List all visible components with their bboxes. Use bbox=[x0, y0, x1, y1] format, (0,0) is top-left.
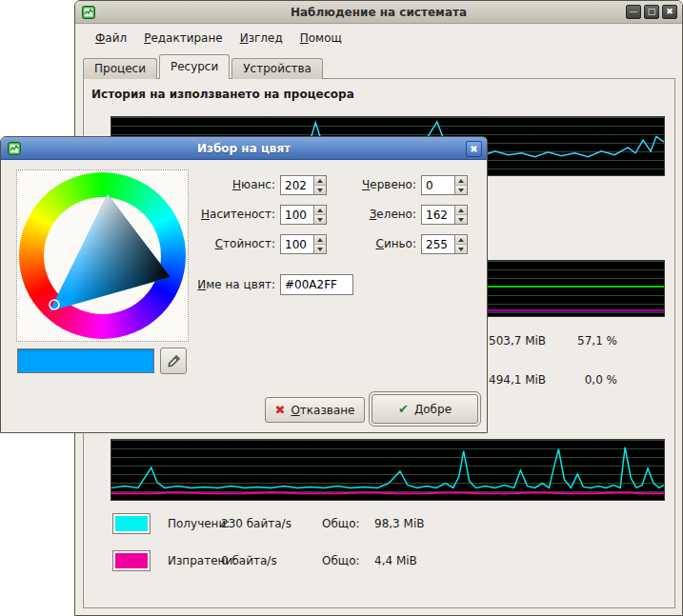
blue-down-icon[interactable] bbox=[454, 245, 467, 253]
network-sent-row: Изпратени: 0 байта/s Общо: 4,4 MiB bbox=[112, 550, 512, 573]
minimize-icon[interactable]: — bbox=[626, 5, 641, 19]
saturation-up-icon[interactable] bbox=[313, 206, 326, 215]
sv-triangle[interactable] bbox=[19, 172, 186, 339]
green-up-icon[interactable] bbox=[454, 206, 467, 215]
sent-color-swatch[interactable] bbox=[112, 550, 151, 571]
blue-spinner bbox=[421, 234, 468, 254]
menu-edit[interactable]: Редактиране bbox=[135, 29, 231, 48]
eyedropper-button[interactable] bbox=[160, 348, 187, 374]
color-preview bbox=[17, 348, 154, 373]
green-spinner bbox=[421, 205, 468, 225]
hue-label: Нюанс: bbox=[182, 178, 275, 191]
hue-spinner bbox=[280, 175, 327, 195]
menu-help[interactable]: Помощ bbox=[291, 29, 351, 48]
network-history-chart bbox=[110, 439, 665, 501]
memory-stats-row: 503,7 MiB 57,1 % bbox=[489, 334, 622, 349]
maximize-icon[interactable]: □ bbox=[644, 5, 659, 19]
color-name-label: Име на цвят: bbox=[182, 278, 275, 291]
blue-label: Синьо: bbox=[330, 237, 416, 250]
red-up-icon[interactable] bbox=[454, 176, 467, 186]
swap-stats-row: 494,1 MiB 0,0 % bbox=[489, 373, 622, 388]
sent-rate: 0 байта/s bbox=[221, 554, 277, 567]
sv-triangle-black-shade bbox=[50, 194, 171, 311]
menu-view[interactable]: Изглед bbox=[231, 29, 291, 48]
network-received-line bbox=[111, 447, 664, 488]
received-total: 98,3 MiB bbox=[374, 517, 424, 530]
memory-percent: 57,1 % bbox=[560, 334, 617, 348]
dialog-controls: ✖ bbox=[466, 141, 482, 157]
red-label: Червено: bbox=[330, 178, 416, 191]
saturation-spinner bbox=[280, 205, 327, 225]
close-icon[interactable]: ✖ bbox=[662, 5, 677, 19]
sent-total: 4,4 MiB bbox=[374, 554, 417, 567]
sent-total-label: Общо: bbox=[322, 554, 360, 567]
received-color-swatch[interactable] bbox=[112, 513, 151, 534]
network-sent-line bbox=[111, 492, 664, 493]
desktop: Наблюдение на системата — □ ✖ Файл Редак… bbox=[0, 0, 683, 616]
hue-down-icon[interactable] bbox=[313, 186, 326, 194]
red-spinner bbox=[421, 175, 468, 195]
cancel-button-label: Отказване bbox=[291, 404, 354, 417]
app-icon bbox=[81, 5, 96, 20]
tab-processes[interactable]: Процеси bbox=[83, 58, 157, 79]
tab-devices[interactable]: Устройства bbox=[231, 58, 323, 79]
ok-icon: ✔ bbox=[398, 403, 409, 415]
cpu-history-heading: История на използването на процесора bbox=[91, 88, 354, 101]
green-down-icon[interactable] bbox=[454, 215, 467, 224]
cancel-button[interactable]: ✖ Отказване bbox=[265, 397, 365, 423]
blue-input[interactable] bbox=[422, 235, 454, 253]
green-input[interactable] bbox=[422, 206, 454, 224]
menu-file[interactable]: Файл bbox=[87, 29, 135, 48]
value-label: Стойност: bbox=[182, 237, 275, 250]
saturation-down-icon[interactable] bbox=[313, 215, 326, 224]
value-up-icon[interactable] bbox=[313, 235, 326, 245]
value-input[interactable] bbox=[281, 235, 313, 253]
value-down-icon[interactable] bbox=[313, 245, 326, 253]
green-label: Зелено: bbox=[330, 208, 416, 221]
dialog-close-icon[interactable]: ✖ bbox=[466, 141, 482, 157]
hue-input[interactable] bbox=[281, 176, 313, 194]
received-total-label: Общо: bbox=[322, 517, 360, 530]
eyedropper-icon bbox=[166, 353, 182, 369]
dialog-app-icon bbox=[7, 141, 22, 156]
window-controls: — □ ✖ bbox=[626, 5, 677, 19]
ok-button-label: Добре bbox=[414, 403, 452, 416]
network-received-row: Получени: 230 байта/s Общо: 98,3 MiB bbox=[112, 513, 512, 536]
received-rate: 230 байта/s bbox=[221, 517, 291, 530]
main-titlebar[interactable]: Наблюдение на системата — □ ✖ bbox=[75, 1, 682, 24]
tab-resources[interactable]: Ресурси bbox=[159, 54, 230, 79]
menubar: Файл Редактиране Изглед Помощ bbox=[75, 25, 682, 50]
notebook-tabs: Процеси Ресурси Устройства bbox=[83, 54, 325, 79]
swap-percent: 0,0 % bbox=[560, 373, 617, 387]
red-down-icon[interactable] bbox=[454, 186, 467, 194]
color-name-input[interactable] bbox=[280, 274, 353, 295]
red-input[interactable] bbox=[422, 176, 454, 194]
value-spinner bbox=[280, 234, 327, 254]
dialog-titlebar[interactable]: Избор на цвят ✖ bbox=[1, 137, 487, 160]
cancel-icon: ✖ bbox=[275, 404, 286, 416]
color-picker-dialog: Избор на цвят ✖ bbox=[0, 136, 488, 433]
ok-button[interactable]: ✔ Добре bbox=[372, 394, 478, 424]
dialog-title: Избор на цвят bbox=[1, 142, 487, 155]
color-wheel[interactable] bbox=[16, 169, 189, 342]
hue-up-icon[interactable] bbox=[313, 176, 326, 186]
main-window-title: Наблюдение на системата bbox=[75, 6, 682, 19]
saturation-input[interactable] bbox=[281, 206, 313, 224]
blue-up-icon[interactable] bbox=[454, 235, 467, 245]
saturation-label: Наситеност: bbox=[182, 208, 275, 221]
